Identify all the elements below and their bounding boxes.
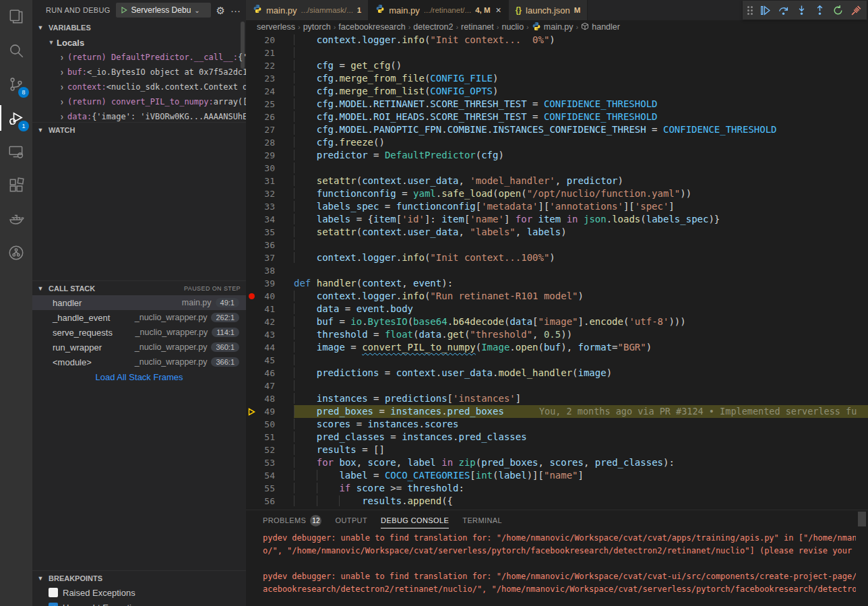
- code-gutter[interactable]: 35: [246, 226, 294, 239]
- code-line-content[interactable]: [294, 354, 868, 367]
- more-actions-icon[interactable]: ···: [230, 5, 241, 16]
- code-gutter[interactable]: 47: [246, 380, 294, 392]
- variable-row[interactable]: ❯(return) DefaultPredictor.__call__: {'i…: [32, 50, 246, 65]
- code-gutter[interactable]: 39: [246, 277, 294, 290]
- breakpoint-row[interactable]: ✓Uncaught Exceptions: [32, 600, 246, 606]
- code-line-content[interactable]: instances = predictions['instances']: [294, 392, 868, 405]
- breakpoint-checkbox[interactable]: ✓: [49, 603, 58, 606]
- code-gutter[interactable]: 50: [246, 418, 294, 431]
- call-stack-section-header[interactable]: ▼ CALL STACK PAUSED ON STEP: [32, 280, 246, 295]
- step-out-button[interactable]: [811, 2, 828, 18]
- code-line-content[interactable]: for box, score, label in zip(pred_boxes,…: [294, 456, 868, 469]
- code-gutter[interactable]: 20: [246, 34, 294, 47]
- code-gutter[interactable]: 55: [246, 482, 294, 495]
- code-line-content[interactable]: cfg.freeze(): [294, 136, 868, 149]
- search-icon[interactable]: [0, 34, 32, 67]
- code-gutter[interactable]: 33: [246, 200, 294, 213]
- code-line-content[interactable]: labels_spec = functionconfig['metadata']…: [294, 200, 868, 213]
- call-stack-frame[interactable]: handlermain.py49:1: [32, 295, 246, 310]
- code-line-content[interactable]: pred_boxes = instances.pred_boxesYou, 2 …: [294, 405, 868, 418]
- docker-icon[interactable]: [0, 202, 32, 236]
- code-gutter[interactable]: 51: [246, 431, 294, 444]
- debug-console-output[interactable]: pydev debugger: unable to find translati…: [263, 532, 856, 606]
- code-line-content[interactable]: setattr(context.user_data, 'model_handle…: [294, 175, 868, 187]
- code-line-content[interactable]: cfg.MODEL.ROI_HEADS.SCORE_THRESH_TEST = …: [294, 111, 868, 123]
- code-line-content[interactable]: results.append({: [294, 495, 868, 508]
- variable-row[interactable]: ❯(return) convert_PIL_to_numpy: array([[…: [32, 94, 246, 109]
- code-gutter[interactable]: 40: [246, 290, 294, 303]
- code-line-content[interactable]: threshold = float(data.get("threshold", …: [294, 328, 868, 341]
- breadcrumb-item[interactable]: nuclio: [501, 22, 524, 32]
- code-line-content[interactable]: [294, 239, 868, 251]
- variable-row[interactable]: ❯context: <nuclio_sdk.context.Context ob…: [32, 80, 246, 94]
- breadcrumb-item[interactable]: facebookresearch: [338, 22, 405, 32]
- code-gutter[interactable]: 22: [246, 59, 294, 72]
- code-line-content[interactable]: pred_classes = instances.pred_classes: [294, 431, 868, 444]
- breakpoint-checkbox[interactable]: [49, 588, 58, 597]
- code-gutter[interactable]: 42: [246, 315, 294, 328]
- editor-tab[interactable]: main.py.../retinanet/...4, M×: [369, 0, 508, 20]
- code-line-content[interactable]: cfg = get_cfg(): [294, 59, 868, 72]
- breadcrumb-item[interactable]: pytorch: [303, 22, 331, 32]
- code-gutter[interactable]: 49: [246, 405, 294, 418]
- code-gutter[interactable]: 38: [246, 264, 294, 277]
- watch-section-header[interactable]: ▼ WATCH: [32, 122, 246, 137]
- continue-button[interactable]: [757, 2, 773, 18]
- code-gutter[interactable]: 52: [246, 444, 294, 456]
- sidebar-scrollbar[interactable]: [241, 22, 245, 69]
- code-gutter[interactable]: 30: [246, 162, 294, 175]
- code-gutter[interactable]: 27: [246, 123, 294, 136]
- call-stack-frame[interactable]: <module>_nuclio_wrapper.py366:1: [32, 355, 246, 369]
- code-line-content[interactable]: label = COCO_CATEGORIES[int(label)]["nam…: [294, 469, 868, 482]
- code-line-content[interactable]: cfg.merge_from_file(CONFIG_FILE): [294, 72, 868, 85]
- code-line-content[interactable]: [294, 162, 868, 175]
- code-line-content[interactable]: functionconfig = yaml.safe_load(open("/o…: [294, 187, 868, 200]
- code-line-content[interactable]: context.logger.info("Init context...100%…: [294, 251, 868, 264]
- code-gutter[interactable]: 43: [246, 328, 294, 341]
- code-gutter[interactable]: 21: [246, 47, 294, 59]
- code-line-content[interactable]: [294, 380, 868, 392]
- code-line-content[interactable]: context.logger.info("Init context... 0%"…: [294, 34, 868, 47]
- extensions-icon[interactable]: [0, 169, 32, 202]
- panel-tab-terminal[interactable]: TERMINAL: [462, 510, 502, 531]
- code-gutter[interactable]: 32: [246, 187, 294, 200]
- toolbar-drag-grip[interactable]: [745, 6, 755, 15]
- step-over-button[interactable]: [775, 2, 791, 18]
- code-gutter[interactable]: 46: [246, 367, 294, 380]
- explorer-icon[interactable]: [0, 0, 32, 34]
- code-gutter[interactable]: 41: [246, 303, 294, 315]
- close-icon[interactable]: ×: [496, 5, 501, 16]
- git-graph-icon[interactable]: [0, 236, 32, 270]
- breadcrumb-item[interactable]: serverless: [257, 22, 295, 32]
- breakpoints-section-header[interactable]: ▼ BREAKPOINTS: [32, 570, 246, 585]
- code-gutter[interactable]: 24: [246, 85, 294, 98]
- code-line-content[interactable]: context.logger.info("Run retinanet-R101 …: [294, 290, 868, 303]
- variables-scope-locals[interactable]: ▼Locals: [32, 35, 246, 50]
- code-line-content[interactable]: def handler(context, event):: [294, 277, 868, 290]
- restart-button[interactable]: [830, 2, 846, 18]
- code-gutter[interactable]: 28: [246, 136, 294, 149]
- code-line-content[interactable]: image = convert_PIL_to_numpy(Image.open(…: [294, 341, 868, 354]
- code-gutter[interactable]: 48: [246, 392, 294, 405]
- gear-icon[interactable]: ⚙: [216, 5, 225, 16]
- code-line-content[interactable]: [294, 47, 868, 59]
- run-debug-icon[interactable]: 1: [0, 101, 32, 135]
- code-line-content[interactable]: predictions = context.user_data.model_ha…: [294, 367, 868, 380]
- code-line-content[interactable]: results = []: [294, 444, 868, 456]
- editor-tab[interactable]: {}launch.jsonM: [509, 0, 588, 20]
- code-gutter[interactable]: 53: [246, 456, 294, 469]
- code-line-content[interactable]: [294, 264, 868, 277]
- breakpoint-indicator[interactable]: [246, 293, 257, 299]
- variable-row[interactable]: ❯data: {'image': 'iVBORw0KG...AAAANSUhE…: [32, 109, 246, 122]
- code-gutter[interactable]: 26: [246, 111, 294, 123]
- code-line-content[interactable]: cfg.MODEL.PANOPTIC_FPN.COMBINE.INSTANCES…: [294, 123, 868, 136]
- code-line-content[interactable]: scores = instances.scores: [294, 418, 868, 431]
- code-gutter[interactable]: 23: [246, 72, 294, 85]
- code-gutter[interactable]: 36: [246, 239, 294, 251]
- load-all-stack-frames-link[interactable]: Load All Stack Frames: [32, 369, 246, 384]
- current-line-pointer[interactable]: [246, 408, 257, 416]
- call-stack-frame[interactable]: _handle_event_nuclio_wrapper.py262:1: [32, 310, 246, 325]
- step-into-button[interactable]: [793, 2, 809, 18]
- code-gutter[interactable]: 45: [246, 354, 294, 367]
- code-line-content[interactable]: cfg.merge_from_list(CONFIG_OPTS): [294, 85, 868, 98]
